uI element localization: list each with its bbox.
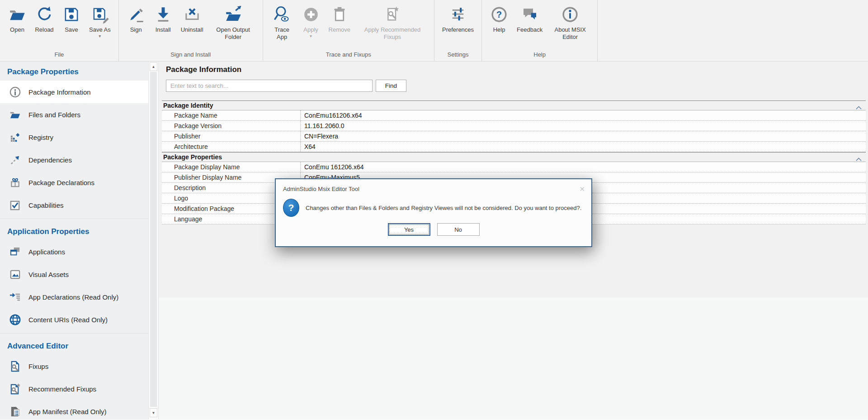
table-row: Publisher CN=Flexera [162,131,866,142]
collapse-chevron-icon[interactable] [856,155,862,163]
dialog-buttons: Yes No [276,223,591,236]
remove-trash-icon [330,4,349,25]
uninstall-button[interactable]: Uninstall [177,4,208,33]
sidebar-section-header: Application Properties [0,221,148,240]
ribbon-group-sign-install: Sign Install Uninstall Open Output Folde… [119,0,263,61]
sidebar-item-label: Recommended Fixups [28,385,96,393]
apply-recommended-fixups-label: Apply Recommended Fixups [359,26,426,40]
sign-label: Sign [130,26,142,33]
preferences-sliders-icon [448,4,467,25]
row-value[interactable]: ConEmu161206.x64 [301,110,866,120]
trace-app-button[interactable]: Trace App [267,4,297,40]
arrow-list-icon [9,291,21,303]
sidebar-item-fixups[interactable]: Fixups [0,355,148,377]
row-value[interactable]: ConEmu 161206.x64 [301,162,866,172]
sidebar-item-label: App Declarations (Read Only) [28,293,118,301]
reload-label: Reload [35,26,53,33]
sidebar-item-package-information[interactable]: Package Information [0,81,148,103]
find-button[interactable]: Find [376,80,406,92]
wrench-star-document-icon [9,383,21,395]
sidebar-scrollbar[interactable]: ▲ ▼ [148,62,159,420]
save-icon [62,4,81,25]
collapse-chevron-icon[interactable] [856,103,862,111]
sidebar-divider [0,333,148,334]
feedback-label: Feedback [517,26,542,33]
open-folder-icon [8,4,27,25]
reload-button[interactable]: Reload [31,4,58,33]
sidebar-item-visual-assets[interactable]: Visual Assets [0,263,148,286]
open-output-folder-button[interactable]: Open Output Folder [208,4,259,40]
scrollbar-thumb[interactable] [150,72,157,407]
sidebar-item-files-and-folders[interactable]: Files and Folders [0,103,148,126]
section-header-package-identity: Package Identity [162,100,866,110]
trace-app-label: Trace App [271,26,293,40]
confirmation-dialog: AdminStudio Msix Editor Tool ✕ ? Changes… [275,178,592,247]
save-button[interactable]: Save [58,4,85,33]
feedback-icon [520,4,539,25]
open-output-folder-label: Open Output Folder [212,26,255,40]
feedback-button[interactable]: Feedback [513,4,547,33]
install-button[interactable]: Install [150,4,177,33]
help-label: Help [493,26,505,33]
sidebar-item-label: Capabilities [28,201,64,209]
sidebar-section-header: Package Properties [0,62,148,81]
sign-button[interactable]: Sign [123,4,150,33]
dialog-message: Changes other than Files & Folders and R… [306,205,581,211]
image-icon [9,268,21,281]
info-circle-icon [9,86,21,98]
sidebar-item-content-uris[interactable]: Content URIs (Read Only) [0,308,148,331]
search-row: Find [166,80,868,92]
table-row: Package Display Name ConEmu 161206.x64 [162,162,866,172]
sign-pencil-icon [127,4,146,25]
sidebar-item-applications[interactable]: Applications [0,240,148,263]
uninstall-label: Uninstall [181,26,203,33]
ribbon-group-caption: Settings [438,50,478,61]
scroll-up-button[interactable]: ▲ [150,62,157,71]
ribbon-group-settings: Preferences Settings [434,0,481,61]
registry-blocks-icon [9,131,21,143]
trace-app-icon [273,4,292,25]
no-button[interactable]: No [437,223,480,236]
sidebar-item-recommended-fixups[interactable]: Recommended Fixups [0,377,148,400]
table-row: Package Name ConEmu161206.x64 [162,110,866,121]
scroll-down-button[interactable]: ▼ [150,408,157,417]
dialog-titlebar[interactable]: AdminStudio Msix Editor Tool ✕ [276,179,591,196]
ribbon-group-caption: Help [486,50,594,61]
yes-button[interactable]: Yes [388,223,430,236]
about-msix-editor-button[interactable]: About MSIX Editor [547,4,594,40]
preferences-button[interactable]: Preferences [438,4,478,33]
sidebar-item-capabilities[interactable]: Capabilities [0,194,148,216]
row-value[interactable]: 11.161.2060.0 [301,121,866,131]
ribbon-group-caption: Sign and Install [123,50,259,61]
save-as-button[interactable]: Save As ▾ [85,4,115,38]
about-msix-editor-label: About MSIX Editor [551,26,590,40]
dialog-title: AdminStudio Msix Editor Tool [283,186,359,192]
sidebar-section-header: Advanced Editor [0,336,148,355]
sidebar-item-app-manifest[interactable]: App Manifest (Read Only) [0,400,148,420]
recommended-fixups-icon [383,4,402,25]
sidebar-item-package-declarations[interactable]: Package Declarations [0,171,148,194]
sidebar-item-label: Registry [28,134,53,141]
sidebar-item-registry[interactable]: Registry [0,126,148,148]
page-title: Package Information [166,62,868,74]
close-icon[interactable]: ✕ [579,186,585,192]
sidebar-item-app-declarations[interactable]: App Declarations (Read Only) [0,286,148,308]
sidebar-item-dependencies[interactable]: Dependencies [0,148,148,171]
help-button[interactable]: ? Help [486,4,513,33]
row-value[interactable]: CN=Flexera [301,131,866,141]
remove-button[interactable]: Remove [325,4,354,33]
save-as-icon [90,4,109,25]
sidebar-item-label: Files and Folders [28,111,80,119]
search-input[interactable] [166,80,373,92]
apply-recommended-fixups-button[interactable]: Apply Recommended Fixups [354,4,430,40]
ribbon-toolbar: Open Reload Save Save As ▾ File Sign [0,0,868,62]
sidebar-item-label: Visual Assets [28,271,69,278]
question-mark-icon: ? [283,199,299,217]
install-icon [154,4,173,25]
open-button[interactable]: Open [4,4,31,33]
ribbon-group-help: ? Help Feedback About MSIX Editor Help [482,0,597,61]
apply-button[interactable]: Apply ▾ [297,4,325,38]
row-value[interactable]: X64 [301,142,866,152]
section-header-package-properties: Package Properties [162,152,866,162]
ribbon-group-caption: File [4,50,115,61]
